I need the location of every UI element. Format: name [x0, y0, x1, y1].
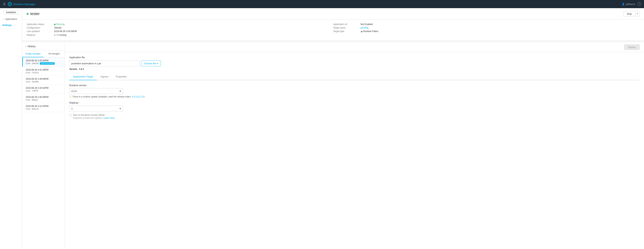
entry-date-5: 2019-06-26 2:14:25PM	[26, 105, 62, 107]
back-label: Applications	[5, 18, 17, 20]
target-type-value: ☁ Runtime Fabric	[360, 30, 378, 33]
info-row-target-name: Target name: pending	[333, 26, 640, 30]
sidebar: SANDBOX ← Applications Settings	[0, 8, 22, 249]
back-arrow-icon: ←	[2, 18, 4, 20]
entry-conf-4: Conf - f84a2c	[26, 99, 62, 101]
sidebar-item-settings[interactable]: Settings	[0, 23, 22, 28]
stop-btn-group: Stop ▾	[623, 11, 640, 17]
history-entry-3[interactable]: 2019-06-26 2:43:52PM Conf - 7d2f79	[22, 85, 64, 94]
svg-point-0	[9, 3, 11, 5]
username: jeffharris	[626, 3, 635, 6]
settings-label: Settings	[2, 24, 12, 27]
brand: Runtime Manager	[8, 2, 35, 6]
info-row-status: Application status: Running	[27, 23, 333, 26]
app-title-row: tester	[27, 12, 40, 16]
file-row: poseidon-automation-4.x.jar Choose file …	[69, 61, 640, 66]
stop-dropdown-chevron[interactable]: ▾	[635, 11, 640, 17]
replicas-info-value: 1 / 1 running	[54, 33, 66, 37]
version-number: 1.0.1	[79, 68, 84, 70]
replicas-chevron-icon: ▾	[120, 107, 121, 110]
deploy-panel: Deploy Application file poseidon-automat…	[65, 42, 644, 249]
runtime-chevron-icon: ▾	[120, 90, 121, 92]
deploy-button[interactable]: Deploy	[624, 45, 640, 50]
app-file-label: Application file	[69, 56, 640, 59]
history-entry-5[interactable]: 2019-06-26 2:14:25PM Conf - 601c13	[22, 103, 64, 112]
tab-config-changes[interactable]: Config changes	[22, 51, 44, 57]
tab-all-changes[interactable]: All changes	[44, 51, 65, 57]
replicas-section: Replicas 1 ▾	[69, 101, 640, 111]
url-value: Not Enabled	[360, 23, 373, 26]
history-panel: ‹ History Config changes All changes 201…	[22, 42, 65, 249]
info-row-target-type: Target type: ☁ Runtime Fabric	[333, 30, 640, 33]
status-dot	[27, 13, 28, 15]
entry-date-2: 2019-06-26 3:39:06PM	[26, 78, 62, 80]
entry-date-1: 2019-06-26 3:41:09PM	[26, 69, 62, 71]
deploy-tabs: Deployment Target Ingress Properties	[69, 73, 640, 80]
entry-date-0: 2019-06-26 3:45:56PM	[26, 59, 62, 62]
info-grid: Application status: Running Configuratio…	[22, 20, 644, 41]
target-name-value[interactable]: pending	[360, 26, 368, 30]
info-row-url: Application url: Not Enabled	[333, 23, 640, 26]
choose-file-button[interactable]: Choose file ▾	[141, 61, 161, 66]
updated-label: Last updated:	[27, 30, 52, 33]
update-link[interactable]: 4.2.0.v1.2.15	[132, 95, 144, 98]
runtime-version-label: Runtime version	[69, 84, 640, 87]
help-icon[interactable]: ?	[637, 2, 641, 6]
info-row-updated: Last updated: 2019-06-26 3:45:56PM	[27, 30, 333, 33]
url-label: Application url:	[333, 23, 359, 26]
tab-properties[interactable]: Properties	[112, 73, 130, 80]
lower-section: ‹ History Config changes All changes 201…	[22, 42, 644, 249]
cluster-mode-label: Run in Runtime Cluster Mode	[73, 114, 115, 116]
version-row: Version 1.0.1	[69, 68, 640, 70]
runtime-version-select[interactable]: 4.2.0 ▾	[69, 88, 123, 94]
env-badge: SANDBOX	[4, 10, 18, 15]
updated-value: 2019-06-26 3:45:56PM	[54, 30, 77, 33]
replicas-label: Replicas	[69, 101, 640, 104]
history-entry-2[interactable]: 2019-06-26 3:39:06PM Conf - 34c990	[22, 76, 64, 85]
app-header-panel: tester Stop ▾	[22, 8, 644, 20]
history-tabs: Config changes All changes	[22, 51, 64, 58]
history-header: ‹ History	[22, 42, 64, 51]
history-entry-0[interactable]: 2019-06-26 3:45:56PM Conf - 28e3a5 Last …	[22, 58, 64, 67]
info-row-replicas: Replicas: 1 / 1 running	[27, 33, 333, 37]
config-value: 28e3a5	[54, 26, 62, 30]
history-entry-4[interactable]: 2019-06-26 2:40:09PM Conf - f84a2c	[22, 94, 64, 103]
entry-conf-3: Conf - 7d2f79	[26, 90, 62, 92]
replicas-select[interactable]: 1 ▾	[69, 106, 123, 111]
entry-conf-5: Conf - 601c13	[26, 108, 62, 110]
stop-button[interactable]: Stop	[623, 11, 635, 17]
cluster-mode-sublabel: Requires at least two replicas. Learn mo…	[73, 117, 115, 119]
info-right: Application url: Not Enabled Target name…	[333, 23, 640, 37]
brand-icon	[8, 2, 12, 6]
file-input-display: poseidon-automation-4.x.jar	[69, 61, 140, 66]
target-name-label: Target name:	[333, 26, 359, 30]
deploy-body: Application file poseidon-automation-4.x…	[65, 52, 644, 123]
history-back-arrow[interactable]: ‹	[25, 45, 26, 48]
top-nav: ☰ Runtime Manager 👤 jeffharris ?	[0, 0, 644, 8]
user-icon: 👤	[622, 3, 625, 6]
target-type-label: Target type:	[333, 30, 359, 33]
info-row-config: Configuration: 28e3a5	[27, 26, 333, 30]
choose-file-chevron: ▾	[157, 62, 158, 65]
badge-success-0: Last successful	[40, 62, 54, 65]
cluster-mode-row: Run in Runtime Cluster Mode Requires at …	[69, 114, 640, 119]
cluster-mode-text: Run in Runtime Cluster Mode Requires at …	[73, 114, 115, 119]
deploy-header: Deploy	[65, 42, 644, 52]
entry-conf-0: Conf - 28e3a5 Last successful	[26, 62, 62, 65]
menu-icon[interactable]: ☰	[3, 3, 6, 6]
history-entry-1[interactable]: 2019-06-26 3:41:09PM Conf - 7e221d	[22, 67, 64, 76]
cluster-mode-checkbox[interactable]	[69, 114, 72, 116]
tab-deployment-target[interactable]: Deployment Target	[69, 73, 97, 80]
fabric-icon: ☁	[360, 30, 363, 33]
entry-date-4: 2019-06-26 2:40:09PM	[26, 96, 62, 98]
learn-more-link[interactable]: Learn more	[103, 117, 114, 119]
entry-date-3: 2019-06-26 2:43:52PM	[26, 87, 62, 89]
entry-conf-2: Conf - 34c990	[26, 81, 62, 83]
user-section: 👤 jeffharris	[622, 3, 635, 6]
status-label: Application status:	[27, 23, 52, 26]
tab-ingress[interactable]: Ingress	[97, 73, 112, 80]
back-to-applications[interactable]: ← Applications	[0, 17, 22, 21]
info-left: Application status: Running Configuratio…	[27, 23, 333, 37]
content-area: tester Stop ▾ Application status: Runnin…	[22, 8, 644, 249]
brand-title: Runtime Manager	[13, 3, 35, 6]
